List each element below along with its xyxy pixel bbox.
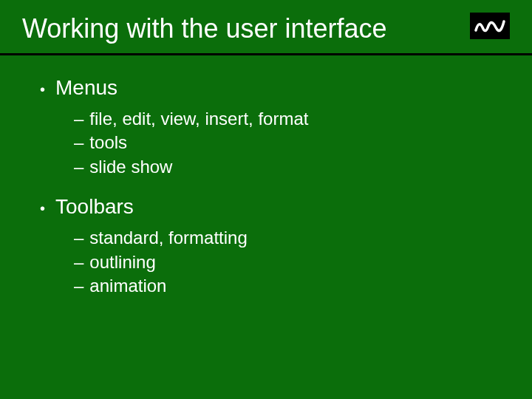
sub-label: outlining [89,250,155,274]
bullet-item: • Menus [37,76,495,100]
sub-item: – outlining [74,250,495,274]
dash: – [74,131,83,154]
dash: – [74,250,83,274]
bullet-dot: • [40,81,45,98]
bullet-label: Menus [55,76,117,100]
slide-content: • Menus – file, edit, view, insert, form… [0,55,532,298]
sub-item: – animation [74,274,495,298]
sub-label: file, edit, view, insert, format [89,107,308,131]
dash: – [74,155,83,179]
dash: – [74,274,83,298]
sub-label: tools [89,131,127,154]
sub-list: – standard, formatting – outlining – ani… [74,226,495,298]
dash: – [74,107,83,131]
sub-label: animation [89,274,166,298]
sub-label: standard, formatting [89,226,247,250]
sub-label: slide show [89,155,172,179]
dash: – [74,226,83,250]
bullet-item: • Toolbars [37,195,495,219]
sub-item: – slide show [74,155,495,179]
sub-item: – standard, formatting [74,226,495,250]
sub-item: – tools [74,131,495,154]
sub-item: – file, edit, view, insert, format [74,107,495,131]
sub-list: – file, edit, view, insert, format – too… [74,107,495,179]
slide-title: Working with the user interface [22,13,387,44]
bullet-label: Toolbars [55,195,134,219]
bullet-dot: • [40,200,45,217]
title-area: Working with the user interface [0,0,532,53]
scribble-icon [470,13,510,39]
